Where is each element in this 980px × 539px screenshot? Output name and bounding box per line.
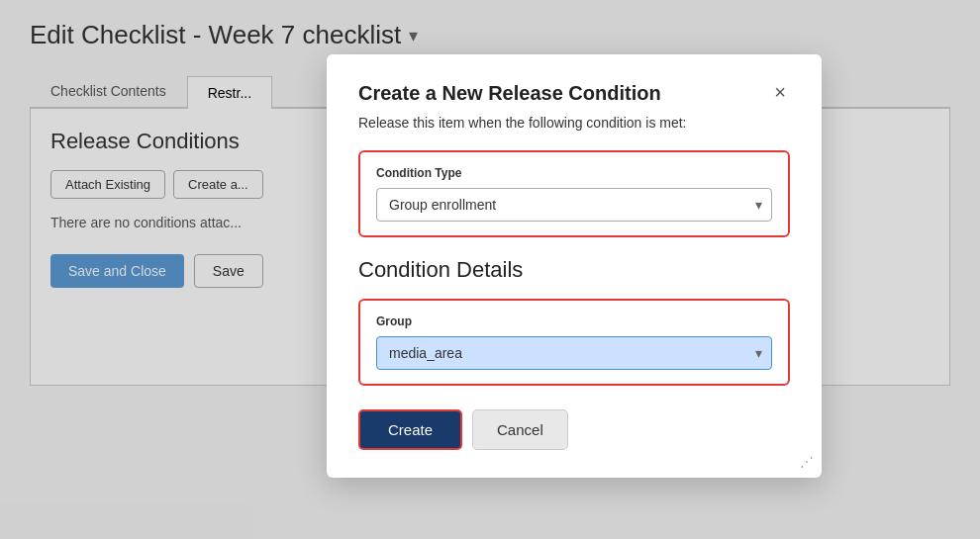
condition-details-title: Condition Details (358, 257, 790, 283)
group-select[interactable]: media_area students instructors (376, 336, 772, 370)
group-field-group: Group media_area students instructors ▾ (358, 299, 790, 386)
group-select-wrapper: media_area students instructors ▾ (376, 336, 772, 370)
modal-close-button[interactable]: × (770, 82, 790, 102)
modal-dialog: Create a New Release Condition × Release… (327, 54, 822, 478)
condition-type-select[interactable]: Group enrollment Date Score Completion (376, 188, 772, 222)
modal-subtitle: Release this item when the following con… (358, 115, 790, 131)
condition-type-field-group: Condition Type Group enrollment Date Sco… (358, 150, 790, 237)
modal-overlay: Create a New Release Condition × Release… (0, 0, 980, 539)
cancel-button[interactable]: Cancel (472, 409, 568, 450)
create-condition-button[interactable]: Create (358, 409, 462, 450)
group-label: Group (376, 314, 772, 328)
condition-type-select-wrapper: Group enrollment Date Score Completion ▾ (376, 188, 772, 222)
condition-type-label: Condition Type (376, 166, 772, 180)
modal-header: Create a New Release Condition × (358, 82, 790, 105)
modal-title: Create a New Release Condition (358, 82, 661, 105)
modal-footer: Create Cancel (358, 409, 790, 450)
resize-handle-icon: ⋰ (800, 454, 814, 470)
